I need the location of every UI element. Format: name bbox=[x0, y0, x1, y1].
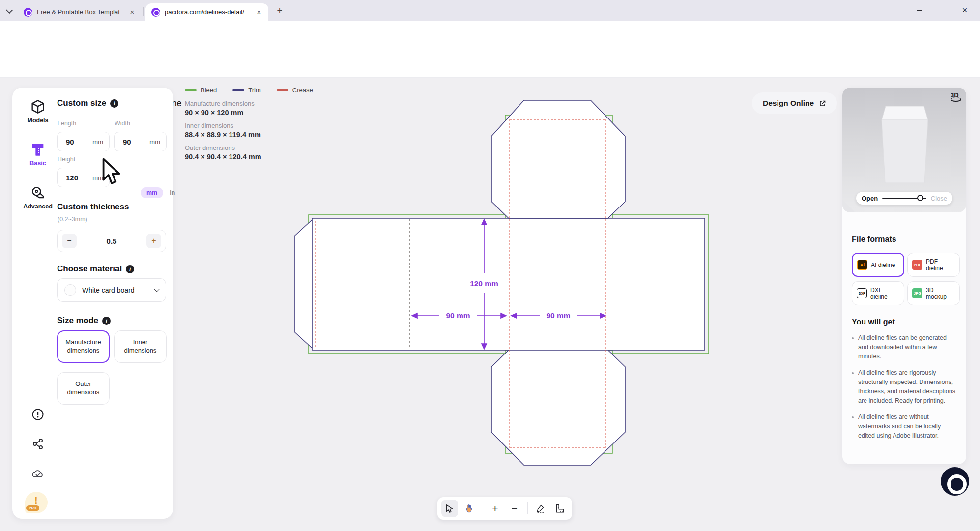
outer-dims-label: Outer dimensions bbox=[185, 144, 261, 151]
share-icon[interactable] bbox=[27, 438, 49, 450]
measure-tool-button[interactable] bbox=[551, 500, 568, 517]
outer-dims-value: 90.4 × 90.4 × 120.4 mm bbox=[185, 153, 261, 161]
sidebar-item-basic[interactable]: Basic bbox=[19, 142, 57, 167]
unit-mm-option[interactable]: mm bbox=[141, 187, 163, 198]
format-dxf-button[interactable]: DXF DXF dieline bbox=[852, 281, 904, 305]
upgrade-pro-bubble[interactable]: ! PRO bbox=[25, 492, 48, 513]
size-mode-heading: Size mode i bbox=[57, 316, 111, 325]
trim-label: Trim bbox=[248, 87, 261, 94]
width-dimension-label-right: 90 mm bbox=[546, 311, 570, 320]
chat-widget-button[interactable] bbox=[941, 467, 969, 496]
width-value[interactable]: 90 bbox=[123, 138, 131, 146]
browser-window: Free & Printable Box Templat × pacdora.c… bbox=[0, 0, 980, 531]
tab-title: pacdora.com/dielines-detail/ bbox=[165, 8, 250, 16]
tab-close-icon[interactable]: × bbox=[128, 8, 137, 17]
design-online-button[interactable]: Design Online bbox=[752, 92, 837, 114]
width-field[interactable]: 90 mm bbox=[114, 132, 167, 151]
height-dimension-label: 120 mm bbox=[470, 279, 498, 288]
info-icon[interactable]: i bbox=[126, 265, 134, 273]
custom-size-heading: Custom size i bbox=[57, 98, 118, 108]
thickness-value[interactable]: 0.5 bbox=[107, 237, 117, 245]
rotate-3d-label: 3D bbox=[951, 91, 959, 99]
tab-close-icon[interactable]: × bbox=[255, 8, 263, 17]
settings-panel: Models Basic Advanced bbox=[12, 88, 173, 519]
mode-inner-button[interactable]: Inner dimensions bbox=[114, 330, 167, 363]
pen-edit-icon bbox=[536, 503, 546, 513]
browser-toolbar: ← → ↻ pacdora.com/dielines-detail/cube-b… bbox=[0, 21, 980, 43]
sidebar-item-label: Advanced bbox=[19, 203, 57, 210]
sidebar-item-models[interactable]: Models bbox=[19, 99, 57, 124]
mode-manufacture-button[interactable]: Manufacture dimensions bbox=[57, 330, 110, 363]
cloud-check-icon[interactable] bbox=[27, 468, 49, 481]
chevron-down-icon bbox=[154, 286, 159, 292]
tab-separator bbox=[143, 7, 144, 16]
height-label: Height bbox=[58, 156, 75, 163]
ruler-t-icon bbox=[30, 142, 46, 157]
format-pdf-button[interactable]: PDF PDF dieline bbox=[907, 253, 960, 277]
slider-track[interactable] bbox=[882, 198, 926, 199]
material-dropdown[interactable]: White card board bbox=[57, 278, 166, 302]
page-fold-corner bbox=[842, 200, 855, 212]
window-minimize-button[interactable] bbox=[908, 0, 931, 21]
info-icon[interactable]: i bbox=[102, 317, 111, 325]
select-tool-button[interactable] bbox=[441, 500, 458, 517]
3d-preview[interactable]: 3D Open Close bbox=[842, 88, 966, 212]
new-tab-button[interactable]: + bbox=[273, 4, 286, 17]
format-3d-mockup-button[interactable]: JPG 3D mockup bbox=[907, 281, 960, 305]
rotate-3d-icon[interactable]: 3D bbox=[951, 91, 961, 102]
pacdora-favicon-icon bbox=[151, 8, 160, 17]
pro-alert-icon: ! bbox=[34, 495, 38, 506]
tab-box-templates[interactable]: Free & Printable Box Templat × bbox=[18, 3, 142, 21]
unit-in-option[interactable]: in bbox=[170, 189, 175, 196]
format-label: PDF dieline bbox=[926, 258, 955, 272]
thickness-stepper: − 0.5 + bbox=[57, 230, 166, 252]
edit-dieline-tool-button[interactable] bbox=[532, 500, 549, 517]
alert-circle-icon[interactable] bbox=[27, 408, 49, 421]
zoom-out-button[interactable]: − bbox=[506, 500, 523, 517]
sidebar-item-label: Basic bbox=[19, 160, 57, 167]
ruler-corner-icon bbox=[555, 503, 565, 513]
size-mode-label: Size mode bbox=[57, 316, 98, 325]
trim-outline bbox=[295, 100, 705, 465]
tab-search-chevron-icon[interactable] bbox=[6, 7, 13, 14]
pro-badge: PRO bbox=[26, 505, 39, 511]
slider-knob[interactable] bbox=[917, 195, 923, 201]
custom-size-label: Custom size bbox=[57, 98, 106, 108]
close-label: Close bbox=[931, 195, 947, 202]
height-value[interactable]: 120 bbox=[66, 174, 78, 182]
dimensions-readout: Manufacture dimensions 90 × 90 × 120 mm … bbox=[185, 100, 261, 166]
tab-strip: Free & Printable Box Templat × pacdora.c… bbox=[0, 0, 980, 21]
inner-dims-value: 88.4 × 88.9 × 119.4 mm bbox=[185, 131, 261, 139]
thickness-heading: Custom thickness bbox=[57, 202, 129, 212]
inner-dims-label: Inner dimensions bbox=[185, 122, 261, 129]
trim-line-swatch bbox=[232, 89, 244, 91]
benefits-list: All dieline files can be generated and d… bbox=[852, 333, 957, 447]
thickness-increase-button[interactable]: + bbox=[146, 234, 161, 248]
tab-dielines-detail[interactable]: pacdora.com/dielines-detail/ × bbox=[145, 3, 268, 21]
pan-hand-tool-button[interactable] bbox=[461, 500, 477, 517]
format-ai-button[interactable]: Ai AI dieline bbox=[852, 253, 904, 277]
tab-title: Free & Printable Box Templat bbox=[37, 8, 123, 16]
dieline-canvas[interactable]: 120 mm 90 mm 90 mm bbox=[275, 88, 742, 477]
format-label: DXF dieline bbox=[870, 287, 899, 300]
sidebar-item-advanced[interactable]: Advanced bbox=[19, 185, 57, 210]
width-dimension-label-left: 90 mm bbox=[446, 311, 470, 320]
zoom-in-button[interactable]: + bbox=[487, 500, 503, 517]
manufacture-dims-label: Manufacture dimensions bbox=[185, 100, 261, 107]
material-swatch bbox=[64, 284, 76, 296]
length-unit: mm bbox=[92, 138, 103, 146]
benefit-item: All dieline files can be generated and d… bbox=[852, 333, 957, 361]
toolbar-divider bbox=[527, 502, 528, 514]
thickness-decrease-button[interactable]: − bbox=[62, 234, 77, 248]
you-will-get-heading: You will get bbox=[852, 318, 895, 326]
material-value: White card board bbox=[82, 286, 149, 294]
width-unit: mm bbox=[149, 138, 160, 146]
legend-bleed: Bleed bbox=[185, 87, 217, 94]
window-maximize-button[interactable] bbox=[931, 0, 953, 21]
mode-outer-button[interactable]: Outer dimensions bbox=[57, 372, 110, 405]
ai-file-icon: Ai bbox=[857, 260, 867, 270]
length-value[interactable]: 90 bbox=[66, 138, 74, 146]
window-close-button[interactable]: × bbox=[953, 0, 976, 21]
length-field[interactable]: 90 mm bbox=[57, 132, 110, 151]
info-icon[interactable]: i bbox=[110, 99, 118, 108]
